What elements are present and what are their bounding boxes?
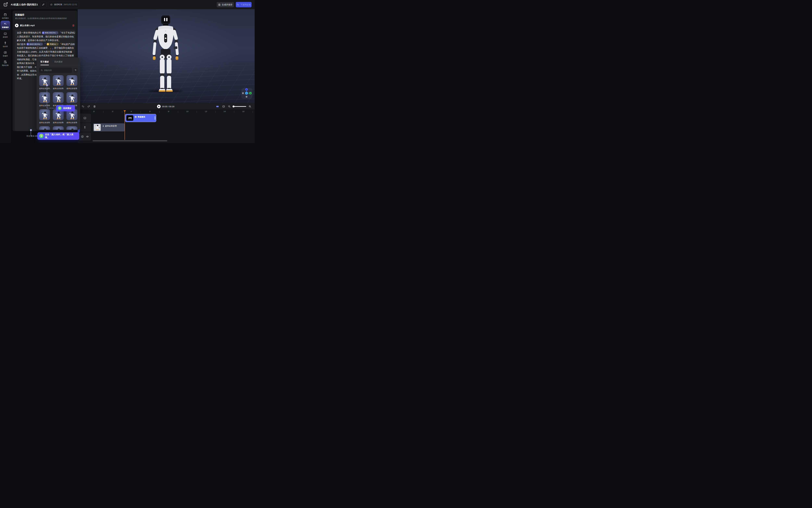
editor-text: 我们致力于创新，大 [17,65,37,69]
sidebar-item-audio-lib[interactable]: 音频库 [0,51,10,57]
material-item[interactable]: 超帅走路姿势 [67,109,77,124]
tutorial-step1-tooltip: 1 点击「插入动作」或「插入表情」 [37,132,79,140]
undo-icon[interactable] [82,105,84,108]
editor-text: 务机器人。我们的核心技术优势在于我们专有的人工智能驱 [17,54,74,57]
clip-range-icon[interactable] [222,105,225,108]
expression-clip-thumbnail [126,115,133,121]
material-item[interactable]: 超帅走路姿势 [67,75,77,90]
material-item[interactable]: 超帅走路姿势 [53,92,64,107]
tag-remove-icon[interactable]: × [57,42,58,46]
editor-text: 这是一家全球领先的公司 [17,31,41,35]
playhead-line [125,111,125,140]
step2-number: 2 [58,107,62,110]
ruler-label: 12f [205,111,207,113]
material-item[interactable] [39,126,50,130]
material-item[interactable] [53,126,64,130]
audio-play-button[interactable] [15,24,18,27]
save-time-chip: 保存时间 26/01/03 12:01 [48,1,79,8]
material-item[interactable]: 超帅走路姿势... [39,75,50,90]
shy-face-icon [127,116,133,120]
material-search-box[interactable] [39,68,72,73]
expression-clip[interactable]: 害羞微笑 [125,114,156,122]
dancing-robot-icon [68,111,76,120]
save-time-label: 保存时间 [54,3,62,6]
robot-model[interactable] [148,14,184,92]
redo-icon[interactable] [87,105,90,108]
search-input[interactable] [44,69,68,72]
filter-button[interactable] [73,68,78,73]
clapperboard-icon [4,13,7,16]
deploy-to-device-button[interactable]: 下发到设备 [236,2,251,7]
step1-text: 点击「插入动作」或「插入表情」 [45,133,77,139]
tab-my-materials[interactable]: 我的素材 [54,60,63,63]
dancing-robot-thumb [94,125,100,130]
timeline-scrollbar[interactable] [92,140,167,141]
clip-trim-handle[interactable] [155,116,155,120]
material-thumbnail [39,92,50,103]
top-bar: A1机器人动作-我的项目1 保存时间 26/01/03 12:01 合成并保存 … [0,0,255,9]
dancing-robot-icon [68,128,76,130]
axis-gizmo[interactable]: Z Y X [241,88,253,99]
axis-neg-x [242,92,244,94]
connector2-dot [46,84,48,86]
material-item[interactable]: 超帅走路姿势 [39,92,50,107]
sidebar-item-motion-mimic[interactable]: 动作模仿 [0,13,10,19]
material-label: 超帅走路姿势 [53,87,64,90]
delete-clip-icon[interactable] [93,105,96,108]
ruler-tick [140,111,141,113]
material-item[interactable] [67,126,77,130]
playhead[interactable] [124,110,126,112]
ruler-label: 14f [224,111,226,113]
material-item[interactable]: 超帅走路姿势 [39,109,50,124]
fit-timeline-icon[interactable] [216,105,219,108]
corner-bracket: 「 [59,42,62,46]
ruler-label: 4f [130,111,132,113]
ruler-tick [159,111,160,113]
sidebar-item-my-tasks[interactable]: 我的任务 [0,60,10,67]
audio-file-row: 默认名称1.mp3 [15,23,75,28]
timeline-zoom-slider[interactable] [233,106,246,107]
motion-clip[interactable]: 超帅走路姿势 [93,123,125,131]
dancing-robot-icon [54,128,63,130]
editor-text: 主移动机器人 (AMR)，以及为医疗和酒店业量身定制的服 [17,50,72,54]
inline-tag-haha[interactable]: 哈哈大笑(10s)× [26,43,43,46]
audio-record-icon[interactable] [81,135,84,138]
merge-save-button[interactable]: 合成并保存 [217,2,234,7]
smiley-icon [135,116,137,118]
material-item[interactable]: 超帅走路姿势 [53,109,64,124]
tag-remove-icon[interactable]: × [56,31,57,35]
sidebar-item-audio-arrange[interactable]: 音频编排 [1,21,10,30]
editor-line: 解决方案，提高各行各业的生产力和安全性。 [14,38,75,42]
editor-text: 我们提供 [17,42,26,46]
rename-project-button[interactable] [40,1,46,8]
speaker-icon[interactable] [86,135,89,138]
editor-line: 主移动机器人 (AMR)，以及为医疗和酒店业量身定制的服 [14,50,75,54]
viewport-3d[interactable]: Z Y X [78,9,255,103]
material-item[interactable]: 超帅走路姿势 [53,75,64,90]
music-box-icon [4,51,7,54]
editor-text: 动的控制系统，它使 [17,57,37,61]
step1-number: 1 [39,134,43,138]
laugh-expression-icon [42,32,44,34]
dancing-robot-icon [68,77,76,86]
connector1-vertical [31,131,31,136]
inline-tag-haha[interactable]: 哈哈大笑(10s)× [42,31,58,34]
material-picker-popup: 官方素材 我的素材 超帅走路姿势...超帅走路姿势超帅走路姿势超帅走路姿势超帅走… [37,57,80,130]
app-logo-icon[interactable] [3,2,8,7]
timeline-ruler[interactable]: 0f2f4f6f8f10f12f14f16f [78,110,255,113]
dancing-robot-icon [40,94,49,103]
tab-official-materials[interactable]: 官方素材 [40,60,49,63]
editor-line: 务机器人。我们的核心技术优势在于我们专有的人工智能驱 [14,54,75,57]
zoom-in-icon[interactable] [248,105,251,108]
sidebar-item-expression-lib[interactable]: 表情库 [0,32,10,38]
connector2-horizontal [47,108,56,108]
tag-remove-icon[interactable]: × [41,42,42,46]
save-time-value: 26/01/03 12:01 [64,3,77,6]
sidebar-item-motion-lib[interactable]: 动作库 [0,41,10,48]
zoom-out-icon[interactable] [228,105,231,108]
material-item[interactable]: 超帅走路姿势 [67,92,77,107]
inline-tag-bend[interactable]: 弯腰(5s)× [46,43,59,46]
delete-audio-icon[interactable] [72,24,75,27]
play-button[interactable] [157,105,161,108]
playback-bar: 00:00 / 00:30 [78,103,255,110]
